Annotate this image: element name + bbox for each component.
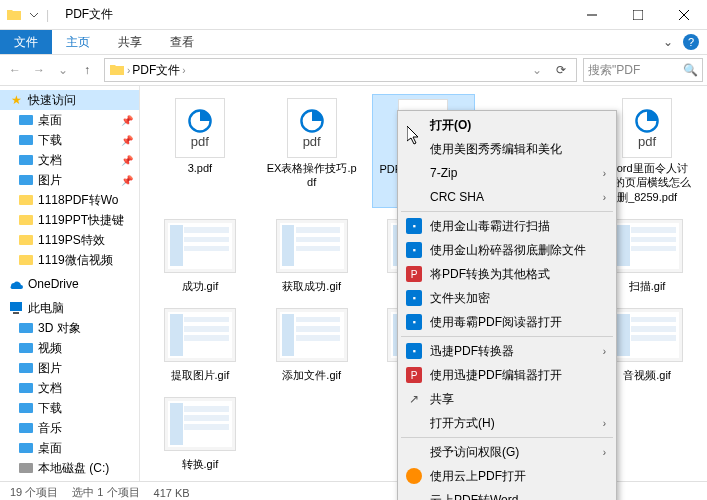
- sidebar-item[interactable]: 音乐: [0, 418, 139, 438]
- chevron-right-icon: ›: [603, 447, 606, 458]
- svg-rect-18: [19, 403, 33, 413]
- sidebar-onedrive[interactable]: OneDrive: [0, 274, 139, 294]
- sidebar-item[interactable]: 文档📌: [0, 150, 139, 170]
- titlebar-divider: |: [46, 8, 49, 22]
- sidebar-item[interactable]: 1119微信视频: [0, 250, 139, 270]
- close-button[interactable]: [661, 0, 707, 30]
- maximize-button[interactable]: [615, 0, 661, 30]
- svg-rect-6: [19, 155, 33, 165]
- file-name: 扫描.gif: [629, 279, 666, 293]
- tab-file[interactable]: 文件: [0, 30, 52, 54]
- context-item[interactable]: 7-Zip›: [400, 161, 614, 185]
- folder-icon: [18, 112, 34, 128]
- folder-icon: [18, 172, 34, 188]
- nav-recent-icon[interactable]: ⌄: [52, 59, 74, 81]
- folder-icon: [18, 152, 34, 168]
- sidebar-item[interactable]: 桌面: [0, 438, 139, 458]
- context-item[interactable]: ↗共享: [400, 387, 614, 411]
- file-name: 提取图片.gif: [171, 368, 230, 382]
- address-bar[interactable]: › PDF文件 › ⌄ ⟳: [104, 58, 577, 82]
- app-icon: ▪: [406, 343, 422, 359]
- sidebar-thispc[interactable]: 此电脑: [0, 298, 139, 318]
- nav-back-button[interactable]: ←: [4, 59, 26, 81]
- context-item[interactable]: 云上PDF转Word: [400, 488, 614, 500]
- svg-rect-15: [19, 343, 33, 353]
- nav-forward-button[interactable]: →: [28, 59, 50, 81]
- sidebar-item[interactable]: 1119PPT快捷键: [0, 210, 139, 230]
- sidebar-item[interactable]: 桌面📌: [0, 110, 139, 130]
- minimize-button[interactable]: [569, 0, 615, 30]
- context-item[interactable]: ▪使用金山粉碎器彻底删除文件: [400, 238, 614, 262]
- svg-rect-17: [19, 383, 33, 393]
- context-item[interactable]: 使用云上PDF打开: [400, 464, 614, 488]
- context-item[interactable]: P将PDF转换为其他格式: [400, 262, 614, 286]
- chevron-right-icon: ›: [603, 168, 606, 179]
- help-icon[interactable]: ?: [683, 34, 699, 50]
- context-item[interactable]: ▪使用金山毒霸进行扫描: [400, 214, 614, 238]
- sidebar-item[interactable]: 图片📌: [0, 170, 139, 190]
- search-icon[interactable]: 🔍: [683, 63, 698, 77]
- file-item[interactable]: 提取图片.gif: [148, 301, 252, 386]
- sidebar-item[interactable]: 3D 对象: [0, 318, 139, 338]
- tab-home[interactable]: 主页: [52, 30, 104, 54]
- svg-rect-19: [19, 423, 33, 433]
- nav-up-button[interactable]: ↑: [76, 59, 98, 81]
- search-input[interactable]: 搜索"PDF 🔍: [583, 58, 703, 82]
- svg-rect-10: [19, 235, 33, 245]
- drive-icon: [18, 380, 34, 396]
- context-separator: [401, 437, 613, 438]
- file-item[interactable]: 获取成功.gif: [260, 212, 364, 297]
- sidebar-item[interactable]: 本地磁盘 (C:): [0, 458, 139, 478]
- sidebar-quick-access[interactable]: ★快速访问: [0, 90, 139, 110]
- chevron-right-icon: ›: [603, 192, 606, 203]
- sidebar-item[interactable]: 下载: [0, 398, 139, 418]
- context-item[interactable]: 使用美图秀秀编辑和美化: [400, 137, 614, 161]
- sidebar-item[interactable]: 图片: [0, 358, 139, 378]
- svg-rect-20: [19, 443, 33, 453]
- breadcrumb-segment[interactable]: PDF文件: [132, 62, 180, 79]
- sidebar-item[interactable]: 视频: [0, 338, 139, 358]
- chevron-right-icon[interactable]: ›: [182, 65, 185, 76]
- file-item[interactable]: pdf 3.pdf: [148, 94, 252, 208]
- context-item[interactable]: ▪迅捷PDF转换器›: [400, 339, 614, 363]
- sidebar-item[interactable]: 下载📌: [0, 130, 139, 150]
- window-title: PDF文件: [55, 6, 569, 23]
- tab-share[interactable]: 共享: [104, 30, 156, 54]
- context-separator: [401, 336, 613, 337]
- file-name: EX表格操作技巧.pdf: [267, 161, 357, 190]
- star-icon: ★: [8, 92, 24, 108]
- context-item[interactable]: 打开方式(H)›: [400, 411, 614, 435]
- tab-view[interactable]: 查看: [156, 30, 208, 54]
- context-item[interactable]: CRC SHA›: [400, 185, 614, 209]
- app-icon: ▪: [406, 242, 422, 258]
- svg-rect-4: [19, 115, 33, 125]
- file-item[interactable]: 成功.gif: [148, 212, 252, 297]
- sidebar-item[interactable]: 1118PDF转Wo: [0, 190, 139, 210]
- file-item[interactable]: pdf EX表格操作技巧.pdf: [260, 94, 364, 208]
- folder-icon: [18, 132, 34, 148]
- context-item[interactable]: 打开(O): [400, 113, 614, 137]
- sidebar-item[interactable]: 1119PS特效: [0, 230, 139, 250]
- drive-icon: [18, 400, 34, 416]
- sidebar-item[interactable]: 文档: [0, 378, 139, 398]
- context-menu: 打开(O)使用美图秀秀编辑和美化7-Zip›CRC SHA›▪使用金山毒霸进行扫…: [397, 110, 617, 500]
- context-item[interactable]: P使用迅捷PDF编辑器打开: [400, 363, 614, 387]
- app-icon: ▪: [406, 218, 422, 234]
- svg-rect-5: [19, 135, 33, 145]
- svg-rect-8: [19, 195, 33, 205]
- chevron-right-icon[interactable]: ›: [127, 65, 130, 76]
- onedrive-icon: [8, 276, 24, 292]
- context-item[interactable]: ▪使用毒霸PDF阅读器打开: [400, 310, 614, 334]
- addr-dropdown-icon[interactable]: ⌄: [526, 59, 548, 81]
- file-item[interactable]: 转换.gif: [148, 390, 252, 475]
- file-item[interactable]: 添加文件.gif: [260, 301, 364, 386]
- svg-rect-1: [633, 10, 643, 20]
- dropdown-icon[interactable]: [26, 7, 42, 23]
- refresh-icon[interactable]: ⟳: [550, 59, 572, 81]
- context-item[interactable]: 授予访问权限(G)›: [400, 440, 614, 464]
- context-item[interactable]: ▪文件夹加密: [400, 286, 614, 310]
- ribbon-toggle-icon[interactable]: ⌄: [663, 35, 673, 49]
- file-name: 添加文件.gif: [282, 368, 341, 382]
- svg-rect-9: [19, 215, 33, 225]
- pc-icon: [8, 300, 24, 316]
